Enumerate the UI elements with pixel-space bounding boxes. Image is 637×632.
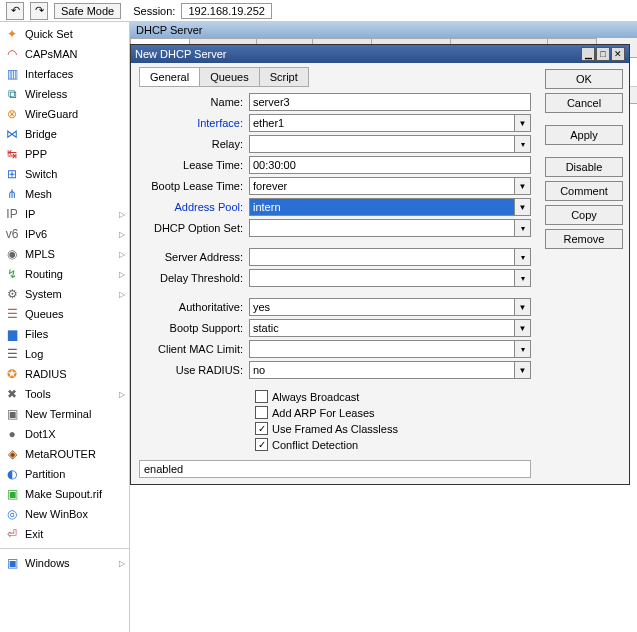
remove-button[interactable]: Remove (545, 229, 623, 249)
dropdown-radius-icon[interactable]: ▼ (515, 361, 531, 379)
session-value: 192.168.19.252 (181, 3, 271, 19)
sidebar-item-metarouter[interactable]: ◈MetaROUTER (0, 444, 129, 464)
quick-set-icon: ✦ (4, 26, 20, 42)
dropdown-delay-icon[interactable]: ▾ (515, 269, 531, 287)
dropdown-optset-icon[interactable]: ▾ (515, 219, 531, 237)
sidebar-item-mesh[interactable]: ⋔Mesh (0, 184, 129, 204)
sidebar-item-label: WireGuard (25, 108, 78, 120)
subtab-script[interactable]: Script (259, 67, 309, 87)
checkbox-use-framed-as-classless[interactable]: ✓Use Framed As Classless (255, 422, 531, 435)
mesh-icon: ⋔ (4, 186, 20, 202)
sidebar-item-dot1x[interactable]: ●Dot1X (0, 424, 129, 444)
field-input-radius[interactable] (249, 361, 515, 379)
safe-mode-button[interactable]: Safe Mode (54, 3, 121, 19)
checkbox-label: Conflict Detection (272, 439, 358, 451)
tools-icon: ✖ (4, 386, 20, 402)
dropdown-pool-icon[interactable]: ▼ (515, 198, 531, 216)
sidebar-item-label: Interfaces (25, 68, 73, 80)
sidebar-item-quick-set[interactable]: ✦Quick Set (0, 24, 129, 44)
comment-button[interactable]: Comment (545, 181, 623, 201)
subtab-general[interactable]: General (139, 67, 200, 87)
sidebar-item-make-supout.rif[interactable]: ▣Make Supout.rif (0, 484, 129, 504)
sidebar-item-mpls[interactable]: ◉MPLS▷ (0, 244, 129, 264)
field-input-bootpsup[interactable] (249, 319, 515, 337)
checkbox-conflict-detection[interactable]: ✓Conflict Detection (255, 438, 531, 451)
ppp-icon: ↹ (4, 146, 20, 162)
sidebar-item-new-terminal[interactable]: ▣New Terminal (0, 404, 129, 424)
field-input-maclimit[interactable] (249, 340, 515, 358)
sidebar-item-label: Exit (25, 528, 43, 540)
checkbox-add-arp-for-leases[interactable]: Add ARP For Leases (255, 406, 531, 419)
sidebar-item-files[interactable]: ▆Files (0, 324, 129, 344)
field-input-name[interactable] (249, 93, 531, 111)
routing-icon: ↯ (4, 266, 20, 282)
sidebar-item-label: Routing (25, 268, 63, 280)
sidebar-item-wireless[interactable]: ⧉Wireless (0, 84, 129, 104)
dropdown-relay-icon[interactable]: ▾ (515, 135, 531, 153)
close-icon[interactable]: ✕ (611, 47, 625, 61)
sidebar-item-new-winbox[interactable]: ◎New WinBox (0, 504, 129, 524)
field-input-delay[interactable] (249, 269, 515, 287)
new-terminal-icon: ▣ (4, 406, 20, 422)
sidebar-item-queues[interactable]: ☰Queues (0, 304, 129, 324)
sidebar-item-label: IP (25, 208, 35, 220)
sidebar-item-switch[interactable]: ⊞Switch (0, 164, 129, 184)
dropdown-iface-icon[interactable]: ▼ (515, 114, 531, 132)
dropdown-bootplease-icon[interactable]: ▼ (515, 177, 531, 195)
field-label-relay: Relay: (139, 138, 249, 150)
sidebar: ✦Quick Set◠CAPsMAN▥Interfaces⧉Wireless⊗W… (0, 22, 130, 632)
sidebar-item-radius[interactable]: ✪RADIUS (0, 364, 129, 384)
sidebar-item-label: MPLS (25, 248, 55, 260)
field-input-lease[interactable] (249, 156, 531, 174)
dropdown-bootpsup-icon[interactable]: ▼ (515, 319, 531, 337)
sidebar-item-exit[interactable]: ⏎Exit (0, 524, 129, 544)
dropdown-maclimit-icon[interactable]: ▾ (515, 340, 531, 358)
sidebar-item-windows[interactable]: ▣Windows▷ (0, 553, 129, 573)
files-icon: ▆ (4, 326, 20, 342)
dropdown-auth-icon[interactable]: ▼ (515, 298, 531, 316)
field-input-iface[interactable] (249, 114, 515, 132)
sidebar-item-ipv6[interactable]: v6IPv6▷ (0, 224, 129, 244)
sidebar-item-label: System (25, 288, 62, 300)
sidebar-item-tools[interactable]: ✖Tools▷ (0, 384, 129, 404)
sidebar-item-ip[interactable]: IPIP▷ (0, 204, 129, 224)
sidebar-item-wireguard[interactable]: ⊗WireGuard (0, 104, 129, 124)
field-label-auth: Authoritative: (139, 301, 249, 313)
field-input-relay[interactable] (249, 135, 515, 153)
checkbox-always-broadcast[interactable]: Always Broadcast (255, 390, 531, 403)
minimize-icon[interactable]: ▁ (581, 47, 595, 61)
redo-button[interactable]: ↷ (30, 2, 48, 20)
copy-button[interactable]: Copy (545, 205, 623, 225)
sidebar-item-interfaces[interactable]: ▥Interfaces (0, 64, 129, 84)
sidebar-item-label: Log (25, 348, 43, 360)
cancel-button[interactable]: Cancel (545, 93, 623, 113)
ok-button[interactable]: OK (545, 69, 623, 89)
windows-icon: ▣ (4, 555, 20, 571)
sidebar-item-routing[interactable]: ↯Routing▷ (0, 264, 129, 284)
sidebar-item-system[interactable]: ⚙System▷ (0, 284, 129, 304)
subtab-queues[interactable]: Queues (199, 67, 260, 87)
sidebar-item-capsman[interactable]: ◠CAPsMAN (0, 44, 129, 64)
field-label-name: Name: (139, 96, 249, 108)
system-icon: ⚙ (4, 286, 20, 302)
dropdown-srvaddr-icon[interactable]: ▾ (515, 248, 531, 266)
field-input-pool[interactable] (249, 198, 515, 216)
sidebar-item-label: Mesh (25, 188, 52, 200)
sidebar-item-label: MetaROUTER (25, 448, 96, 460)
sidebar-item-ppp[interactable]: ↹PPP (0, 144, 129, 164)
field-input-optset[interactable] (249, 219, 515, 237)
field-input-srvaddr[interactable] (249, 248, 515, 266)
sidebar-item-bridge[interactable]: ⋈Bridge (0, 124, 129, 144)
undo-button[interactable]: ↶ (6, 2, 24, 20)
sidebar-item-label: PPP (25, 148, 47, 160)
disable-button[interactable]: Disable (545, 157, 623, 177)
field-input-auth[interactable] (249, 298, 515, 316)
field-input-bootplease[interactable] (249, 177, 515, 195)
maximize-icon[interactable]: □ (596, 47, 610, 61)
submenu-arrow-icon: ▷ (119, 290, 125, 299)
field-label-srvaddr: Server Address: (139, 251, 249, 263)
apply-button[interactable]: Apply (545, 125, 623, 145)
sidebar-item-partition[interactable]: ◐Partition (0, 464, 129, 484)
sidebar-item-label: IPv6 (25, 228, 47, 240)
sidebar-item-log[interactable]: ☰Log (0, 344, 129, 364)
